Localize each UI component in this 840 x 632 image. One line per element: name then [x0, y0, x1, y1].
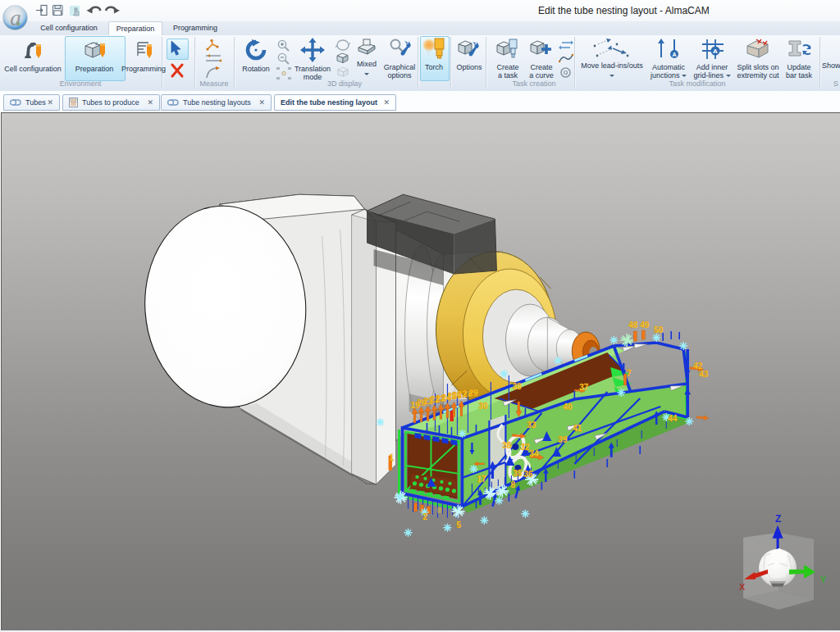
- svg-text:a: a: [10, 6, 21, 30]
- svg-text:44: 44: [668, 414, 678, 423]
- svg-text:32: 32: [520, 443, 530, 452]
- svg-text:37: 37: [579, 383, 589, 392]
- svg-text:30: 30: [478, 402, 488, 411]
- svg-text:X: X: [739, 582, 746, 592]
- svg-text:7: 7: [627, 369, 632, 378]
- svg-text:A: A: [713, 48, 718, 55]
- svg-text:36: 36: [523, 470, 533, 479]
- svg-text:2: 2: [422, 512, 427, 521]
- svg-text:8: 8: [510, 480, 515, 489]
- svg-text:38: 38: [512, 382, 522, 391]
- svg-text:35: 35: [513, 469, 523, 478]
- svg-text:17: 17: [477, 475, 486, 484]
- svg-text:1: 1: [390, 453, 395, 462]
- svg-text:50: 50: [654, 325, 664, 334]
- svg-text:34: 34: [529, 449, 539, 458]
- svg-text:5: 5: [456, 521, 461, 530]
- svg-text:Y: Y: [820, 575, 827, 584]
- svg-text:29: 29: [468, 389, 478, 398]
- svg-text:40: 40: [563, 402, 573, 411]
- svg-text:49: 49: [640, 321, 650, 330]
- svg-text:41: 41: [573, 424, 582, 433]
- svg-text:39: 39: [558, 435, 568, 444]
- svg-text:Z: Z: [775, 513, 781, 525]
- svg-text:48: 48: [628, 321, 638, 330]
- svg-text:A: A: [672, 52, 676, 57]
- svg-text:43: 43: [699, 370, 709, 379]
- svg-text:36: 36: [502, 441, 512, 450]
- svg-text:33: 33: [527, 421, 536, 430]
